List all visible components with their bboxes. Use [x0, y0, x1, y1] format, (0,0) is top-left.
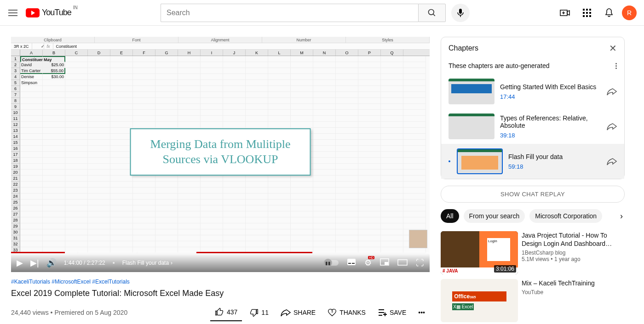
- svg-rect-17: [347, 259, 356, 265]
- svg-rect-13: [589, 12, 591, 14]
- notifications-button[interactable]: [600, 4, 618, 22]
- svg-rect-8: [583, 9, 585, 11]
- search-icon: [427, 8, 437, 17]
- svg-rect-12: [586, 12, 588, 14]
- save-button[interactable]: SAVE: [373, 305, 411, 320]
- time-display: 1:44:00 / 2:27:22: [64, 260, 105, 266]
- filter-chips: All From your search Microsoft Corporati…: [441, 209, 625, 223]
- right-controls: ▮▮ ⚙HD ⛶: [325, 258, 424, 268]
- svg-rect-14: [583, 15, 585, 17]
- play-button[interactable]: ▶: [17, 258, 23, 268]
- chapter-item[interactable]: Flash Fill your data 59:18: [441, 144, 624, 179]
- video-player[interactable]: Clipboard Font Alignment Number Styles 3…: [11, 37, 430, 272]
- chapters-more-button[interactable]: [615, 63, 617, 69]
- chapter-item[interactable]: Getting Started With Excel Basics 17:44: [441, 74, 624, 109]
- excel-reference-bar: 3R x 2C ✓fx Constituent: [11, 43, 430, 50]
- svg-text:$: $: [331, 310, 333, 313]
- logo-text: YouTube: [42, 8, 71, 17]
- fullscreen-button[interactable]: ⛶: [416, 258, 424, 268]
- youtube-logo[interactable]: YouTube IN: [26, 8, 71, 17]
- country-code: IN: [73, 5, 78, 10]
- secondary-column: Chapters ✕ These chapters are auto-gener…: [441, 37, 625, 324]
- svg-rect-15: [586, 15, 588, 17]
- chip-from-search[interactable]: From your search: [464, 209, 525, 223]
- recommendation-meta: 5.1M views • 1 year ago: [522, 256, 625, 262]
- theater-button[interactable]: [397, 258, 408, 268]
- search-input[interactable]: [161, 4, 418, 22]
- volume-button[interactable]: 🔊: [46, 258, 57, 268]
- chapter-thumbnail: [448, 114, 494, 139]
- thanks-icon: $: [328, 308, 337, 317]
- search-button[interactable]: [418, 4, 446, 22]
- dislike-button[interactable]: 11: [245, 304, 273, 321]
- header-center: [86, 4, 545, 22]
- duration-badge: 3:01:06: [494, 265, 516, 273]
- bell-icon: [604, 8, 614, 18]
- close-chapters-button[interactable]: ✕: [609, 43, 617, 54]
- chapter-share-icon[interactable]: [607, 157, 617, 165]
- svg-rect-21: [385, 262, 388, 265]
- video-meta-row: 24,440 views • Premiered on 5 Aug 2020 4…: [11, 304, 430, 324]
- voice-search-button[interactable]: [451, 4, 470, 22]
- recommendation-title: Mix – Kaceli TechTraining: [522, 279, 625, 287]
- video-tags[interactable]: #KaceliTutorials #MicrosoftExcel #ExcelT…: [11, 279, 430, 285]
- chapter-timestamp: 59:18: [508, 163, 601, 170]
- current-chapter-label[interactable]: Flash Fill your data ›: [122, 260, 172, 266]
- recommendation-channel: YouTube: [522, 289, 625, 296]
- thanks-button[interactable]: $THANKS: [323, 304, 370, 321]
- share-icon: [281, 308, 291, 317]
- ribbon-number: Number: [262, 37, 346, 43]
- chapters-subtitle-row: These chapters are auto-generated: [441, 59, 624, 74]
- chapters-subtitle: These chapters are auto-generated: [448, 62, 549, 69]
- header-right: R: [545, 4, 637, 22]
- chapter-item[interactable]: Types of References: Relative, Absolute …: [441, 109, 624, 144]
- chapter-title: Flash Fill your data: [508, 153, 601, 160]
- ribbon-styles: Styles: [346, 37, 430, 43]
- miniplayer-button[interactable]: [380, 258, 389, 268]
- recommended-video[interactable]: Office365X▦ Excel Mix – Kaceli TechTrain…: [441, 279, 625, 322]
- guide-menu-button[interactable]: [7, 7, 18, 18]
- svg-marker-5: [567, 11, 569, 15]
- name-box: 3R x 2C: [11, 43, 32, 50]
- show-chat-replay-button[interactable]: SHOW CHAT REPLAY: [441, 186, 625, 203]
- presenter-webcam: [409, 230, 427, 248]
- masthead: YouTube IN R: [0, 0, 644, 26]
- apps-button[interactable]: [578, 4, 596, 22]
- ribbon-font: Font: [95, 37, 178, 43]
- apps-grid-icon: [583, 9, 591, 17]
- settings-button[interactable]: ⚙HD: [364, 258, 372, 268]
- video-title: Excel 2019 Complete Tutorial: Microsoft …: [11, 289, 430, 298]
- chapter-share-icon[interactable]: [607, 87, 617, 96]
- chip-microsoft[interactable]: Microsoft Corporation: [529, 209, 602, 223]
- chapter-title: Getting Started With Excel Basics: [500, 83, 601, 91]
- captions-button[interactable]: [347, 258, 356, 268]
- chips-next-button[interactable]: ›: [618, 210, 625, 223]
- like-button[interactable]: 437: [210, 304, 242, 321]
- recommended-video[interactable]: Login # JAVA 3:01:06 Java Project Tutori…: [441, 231, 625, 274]
- create-button[interactable]: [556, 4, 574, 22]
- excel-ribbon: Clipboard Font Alignment Number Styles: [11, 37, 430, 43]
- recommendation-thumbnail: Office365X▦ Excel: [441, 279, 518, 322]
- svg-rect-2: [459, 9, 462, 14]
- column-headers: ABCDEFGHIJKLMNOPQ: [11, 50, 430, 56]
- ribbon-alignment: Alignment: [178, 37, 262, 43]
- save-icon: [378, 308, 387, 317]
- formula-content: Constituent: [53, 43, 80, 50]
- svg-rect-22: [398, 260, 407, 265]
- views-date: 24,440 views • Premiered on 5 Aug 2020: [11, 309, 127, 316]
- video-title-overlay: Merging Data from MulitipleSources via V…: [130, 128, 311, 176]
- primary-column: Clipboard Font Alignment Number Styles 3…: [11, 37, 430, 324]
- chip-all[interactable]: All: [441, 209, 459, 223]
- avatar[interactable]: R: [622, 6, 637, 20]
- svg-rect-16: [589, 15, 591, 17]
- share-button[interactable]: SHARE: [276, 305, 320, 320]
- svg-rect-18: [348, 263, 351, 264]
- recommendation-thumbnail: Login # JAVA 3:01:06: [441, 231, 518, 274]
- thumbs-down-icon: [249, 308, 259, 317]
- autoplay-toggle[interactable]: ▮▮: [325, 260, 339, 266]
- svg-line-1: [433, 14, 435, 16]
- player-controls: ▶ ▶| 🔊 1:44:00 / 2:27:22 • Flash Fill yo…: [11, 254, 430, 272]
- more-actions-button[interactable]: •••: [414, 305, 430, 320]
- chapter-share-icon[interactable]: [607, 122, 617, 131]
- next-button[interactable]: ▶|: [30, 258, 39, 268]
